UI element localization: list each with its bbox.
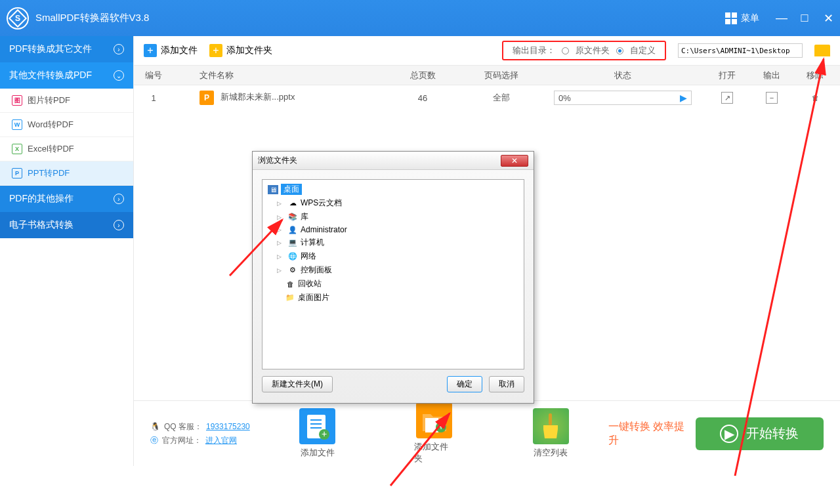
dialog-close-button[interactable]: ✕ xyxy=(501,155,528,167)
control-panel-icon: ⚙ xyxy=(287,266,298,275)
folder-icon: 📁 xyxy=(285,293,295,303)
plus-folder-icon: + xyxy=(209,44,222,57)
delete-button[interactable]: 🗑 xyxy=(809,92,821,104)
footer: 🐧QQ 客服：1933175230 ⓔ官方网址：进入官网 + 添加文件 + 添加… xyxy=(134,400,840,466)
network-icon: 🌐 xyxy=(287,252,298,261)
output-button[interactable]: − xyxy=(766,92,778,104)
title-bar: S SmallPDF转换器软件V3.8 菜单 — □ ✕ xyxy=(0,0,840,36)
category-pdf-other-ops[interactable]: PDF的其他操作› xyxy=(0,186,133,212)
word-icon: W xyxy=(12,119,22,130)
website-link[interactable]: 进入官网 xyxy=(205,435,237,446)
sidebar: PDF转换成其它文件› 其他文件转换成PDF⌄ 图图片转PDF WWord转PD… xyxy=(0,36,134,466)
chevron-icon: › xyxy=(114,44,124,54)
excel-icon: X xyxy=(12,144,22,154)
sub-image-to-pdf[interactable]: 图图片转PDF xyxy=(0,89,133,113)
output-path-input[interactable] xyxy=(678,43,803,58)
tree-recycle-bin[interactable]: 回收站 xyxy=(298,278,322,289)
sub-excel-to-pdf[interactable]: XExcel转PDF xyxy=(0,137,133,161)
menu-grid-icon xyxy=(725,12,737,24)
app-logo-icon: S xyxy=(7,7,29,30)
chevron-down-icon: ⌄ xyxy=(114,70,124,81)
start-convert-button[interactable]: ▶ 开始转换 xyxy=(696,417,824,450)
big-add-file-button[interactable]: + 添加文件 xyxy=(299,408,335,459)
tree-desktop[interactable]: 桌面 xyxy=(281,184,302,195)
category-ebook-convert[interactable]: 电子书格式转换› xyxy=(0,212,133,238)
chevron-icon: › xyxy=(114,194,124,204)
recycle-icon: 🗑 xyxy=(285,280,295,289)
browse-folder-button[interactable] xyxy=(814,45,830,56)
ok-button[interactable]: 确定 xyxy=(447,376,482,392)
output-label: 输出目录： xyxy=(513,45,555,56)
category-pdf-to-other[interactable]: PDF转换成其它文件› xyxy=(0,36,133,62)
svg-text:+: + xyxy=(322,429,327,439)
qq-icon: 🐧 xyxy=(150,422,160,431)
close-button[interactable]: ✕ xyxy=(823,11,833,26)
row-number: 1 xyxy=(134,93,173,103)
play-circle-icon: ▶ xyxy=(720,425,738,443)
ie-icon: ⓔ xyxy=(150,435,158,446)
add-folder-button[interactable]: +添加文件夹 xyxy=(209,44,272,57)
tree-computer[interactable]: 计算机 xyxy=(301,237,324,248)
browse-folder-dialog: 浏览文件夹 ✕ 🖥桌面 ▷☁WPS云文档 ▷📚库 ▷👤Administrator… xyxy=(252,151,534,404)
app-title: SmallPDF转换器软件V3.8 xyxy=(35,12,725,24)
radio-custom-folder[interactable] xyxy=(616,47,623,54)
row-filename: P新城郡未来新...pptx xyxy=(173,91,383,105)
tree-wps-cloud[interactable]: WPS云文档 xyxy=(301,198,342,209)
sub-ppt-to-pdf[interactable]: PPPT转PDF xyxy=(0,161,133,186)
new-folder-button[interactable]: 新建文件夹(M) xyxy=(262,376,333,392)
qq-link[interactable]: 1933175230 xyxy=(206,422,250,431)
svg-rect-9 xyxy=(549,413,552,425)
user-icon: 👤 xyxy=(287,225,298,234)
desktop-icon: 🖥 xyxy=(268,185,278,194)
big-clear-button[interactable]: 清空列表 xyxy=(533,408,569,459)
cloud-icon: ☁ xyxy=(287,199,298,208)
play-icon: ▶ xyxy=(680,93,687,103)
tree-network[interactable]: 网络 xyxy=(301,251,316,262)
category-other-to-pdf[interactable]: 其他文件转换成PDF⌄ xyxy=(0,62,133,89)
progress-bar[interactable]: 0%▶ xyxy=(554,91,692,105)
image-icon: 图 xyxy=(12,95,22,106)
table-row[interactable]: 1 P新城郡未来新...pptx 46 全部 0%▶ ↗ − 🗑 xyxy=(134,85,840,110)
toolbar: +添加文件 +添加文件夹 输出目录： 原文件夹 自定义 xyxy=(134,36,840,66)
folder-tree[interactable]: 🖥桌面 ▷☁WPS云文档 ▷📚库 ▷👤Administrator ▷💻计算机 ▷… xyxy=(262,179,524,369)
minimize-button[interactable]: — xyxy=(776,11,786,26)
output-directory-group: 输出目录： 原文件夹 自定义 xyxy=(502,41,666,60)
big-add-folder-button[interactable]: + 添加文件夹 xyxy=(414,402,453,465)
plus-icon: + xyxy=(144,44,157,57)
maximize-button[interactable]: □ xyxy=(799,11,810,26)
add-folder-icon: + xyxy=(416,402,452,438)
chevron-icon: › xyxy=(114,220,124,230)
add-file-button[interactable]: +添加文件 xyxy=(144,44,198,57)
svg-text:+: + xyxy=(438,421,443,432)
table-header: 编号 文件名称 总页数 页码选择 状态 打开 输出 移除 xyxy=(134,66,840,85)
ppt-file-icon: P xyxy=(200,91,214,105)
ppt-icon: P xyxy=(12,168,22,178)
row-page-select[interactable]: 全部 xyxy=(462,92,541,104)
tree-desktop-images[interactable]: 桌面图片 xyxy=(298,292,329,303)
promo-text: 一键转换 效率提升 xyxy=(608,420,689,448)
radio-source-folder[interactable] xyxy=(562,47,569,54)
menu-button[interactable]: 菜单 xyxy=(725,12,759,24)
cancel-button[interactable]: 取消 xyxy=(489,376,524,392)
computer-icon: 💻 xyxy=(287,238,298,247)
add-file-icon: + xyxy=(299,408,335,444)
dialog-title: 浏览文件夹 xyxy=(258,155,297,166)
library-icon: 📚 xyxy=(287,213,298,222)
row-pages: 46 xyxy=(383,93,462,103)
open-button[interactable]: ↗ xyxy=(721,92,733,104)
tree-library[interactable]: 库 xyxy=(301,211,308,222)
clear-icon xyxy=(533,408,569,444)
sub-word-to-pdf[interactable]: WWord转PDF xyxy=(0,113,133,137)
menu-label: 菜单 xyxy=(741,12,759,24)
tree-control-panel[interactable]: 控制面板 xyxy=(301,264,332,276)
tree-administrator[interactable]: Administrator xyxy=(301,225,347,234)
